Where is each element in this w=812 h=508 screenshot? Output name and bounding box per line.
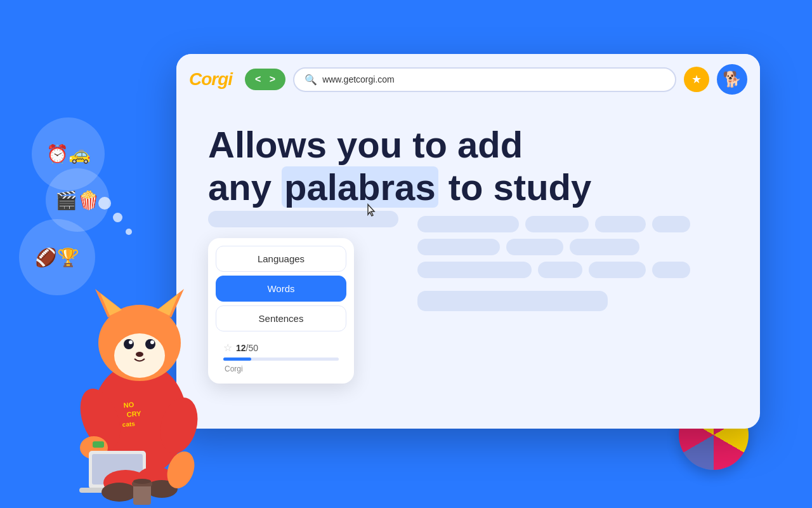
code-toggle-button[interactable]: < > [245,69,285,90]
svg-point-10 [150,340,154,344]
headline-line2: any palabras to study [208,166,728,209]
headline-any: any [208,166,282,208]
browser-content: Allows you to add any palabras to study [176,105,760,240]
browser-window: Corgi < > 🔍 www.getcorgi.com ★ 🐕 Allows … [176,54,760,429]
url-text: www.getcorgi.com [322,74,665,84]
user-avatar-button[interactable]: 🐕 [717,64,747,95]
placeholder-bar [570,239,639,255]
bookmark-button[interactable]: ★ [684,67,709,92]
dropdown-item-languages[interactable]: Languages [216,246,346,272]
headline-to-study: to study [438,166,592,208]
svg-text:CRY: CRY [126,410,141,418]
star-icon: ★ [691,72,702,86]
progress-section: ☆ 12/50 Corgi [216,335,346,376]
dropdown-item-words[interactable]: Words [216,276,346,302]
headline: Allows you to add any palabras to study [208,124,728,208]
headline-line1: Allows you to add [208,124,728,166]
placeholder-area [417,216,728,318]
placeholder-bar [652,262,690,278]
dropdown-item-sentences[interactable]: Sentences [216,305,346,331]
dropdown-popup: Languages Words Sentences ☆ 12/50 Corgi [208,238,354,384]
progress-source-label: Corgi [223,364,339,373]
progress-bar-fill [223,358,251,361]
svg-point-11 [136,352,143,357]
brand-logo: Corgi [189,69,232,90]
placeholder-bar [417,239,500,255]
browser-toolbar: Corgi < > 🔍 www.getcorgi.com ★ 🐕 [176,54,760,105]
url-bar[interactable]: 🔍 www.getcorgi.com [293,67,676,92]
svg-text:NO: NO [123,401,134,409]
placeholder-bar [208,211,398,227]
placeholder-bar-wide [417,291,608,311]
placeholder-bar [417,262,532,278]
progress-star-icon: ☆ [223,342,232,354]
svg-text:cats: cats [122,420,135,429]
placeholder-bar [589,262,646,278]
svg-point-27 [133,479,151,484]
code-btn-label: < > [255,74,275,85]
placeholder-bar [506,239,563,255]
progress-bar-background [223,358,339,361]
placeholder-bar [538,262,582,278]
progress-count: 12/50 [236,343,258,353]
avatar-icon: 🐕 [723,70,742,88]
mascot-character: NO CRY cats [70,190,209,508]
bottom-placeholder-row [208,211,728,227]
svg-point-23 [102,483,137,502]
svg-point-9 [129,340,133,344]
svg-point-8 [145,339,155,349]
search-icon: 🔍 [304,74,317,86]
svg-point-7 [124,339,134,349]
headline-highlight: palabras [282,166,438,208]
svg-rect-28 [93,441,104,448]
float-icon-1: ⏰🚕 [46,144,91,164]
